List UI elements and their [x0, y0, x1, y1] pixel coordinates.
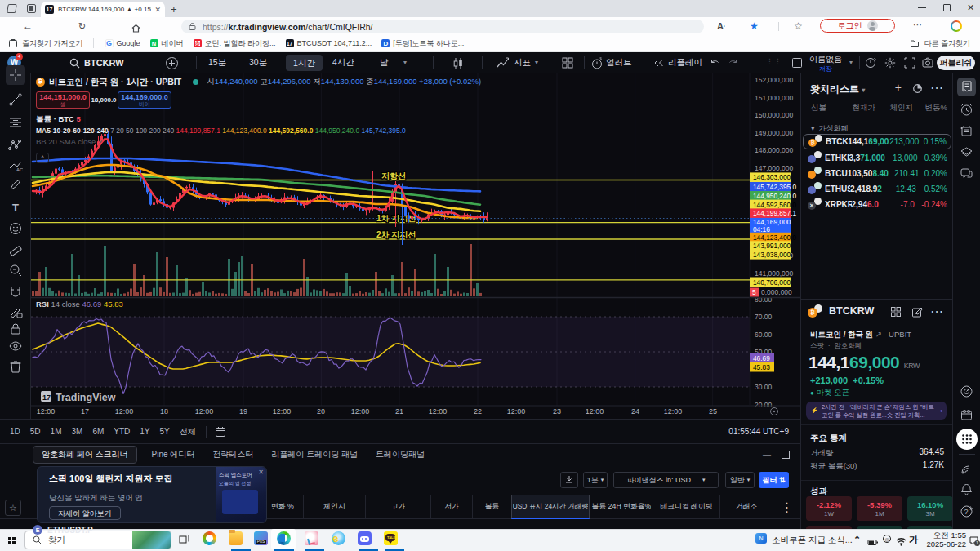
- svg-text:20: 20: [317, 407, 325, 415]
- svg-text:143,038,000: 143,038,000: [753, 251, 791, 259]
- svg-text:143,991,000: 143,991,000: [753, 242, 791, 250]
- svg-text:22: 22: [474, 407, 482, 415]
- svg-text:145,742,395.0: 145,742,395.0: [753, 183, 796, 191]
- svg-text:24: 24: [631, 407, 639, 415]
- svg-text:12:00: 12:00: [273, 407, 292, 415]
- svg-text:AC: AC: [16, 167, 23, 172]
- svg-text:150,000,000: 150,000,000: [755, 111, 794, 119]
- svg-text:5: 5: [752, 288, 756, 296]
- svg-text:151,000,000: 151,000,000: [755, 94, 794, 102]
- svg-text:149,000,000: 149,000,000: [755, 129, 794, 137]
- svg-text:21: 21: [395, 407, 403, 415]
- svg-text:12:00: 12:00: [429, 407, 448, 415]
- svg-text:?: ?: [964, 508, 969, 516]
- svg-text:144,199,857.1: 144,199,857.1: [753, 209, 796, 217]
- svg-text:146,303,000: 146,303,000: [753, 173, 791, 181]
- svg-text:0,000,000: 0,000,000: [761, 288, 792, 296]
- svg-text:60.00: 60.00: [755, 331, 773, 339]
- svg-text:144,592,560.0: 144,592,560.0: [753, 201, 796, 209]
- svg-text:17: 17: [42, 393, 51, 402]
- svg-text:144,123,400.0: 144,123,400.0: [753, 233, 796, 242]
- svg-text:70.00: 70.00: [755, 313, 773, 321]
- svg-text:140,706,000: 140,706,000: [753, 278, 791, 287]
- svg-text:TradingView: TradingView: [56, 392, 116, 403]
- svg-text:18: 18: [160, 407, 168, 415]
- svg-text:45.83: 45.83: [753, 363, 770, 371]
- svg-text:23: 23: [553, 407, 561, 415]
- svg-text:04:16: 04:16: [753, 225, 770, 233]
- svg-text:144,950,240.0: 144,950,240.0: [753, 192, 796, 200]
- svg-text:12:00: 12:00: [37, 407, 56, 415]
- svg-text:12:00: 12:00: [115, 407, 134, 415]
- svg-text:19: 19: [239, 407, 247, 415]
- svg-text:12:00: 12:00: [664, 407, 683, 415]
- svg-text:20.00: 20.00: [755, 401, 773, 409]
- svg-text:12:00: 12:00: [507, 407, 526, 415]
- svg-text:141,000,000: 141,000,000: [755, 269, 794, 278]
- svg-text:12:00: 12:00: [586, 407, 604, 415]
- svg-text:저항선: 저항선: [381, 171, 406, 180]
- svg-text:17: 17: [81, 407, 89, 415]
- svg-text:148,000,000: 148,000,000: [755, 146, 794, 154]
- svg-text:46.69: 46.69: [753, 354, 770, 362]
- svg-text:12:00: 12:00: [351, 407, 370, 415]
- svg-text:152,000,000: 152,000,000: [755, 76, 794, 84]
- svg-text:12:00: 12:00: [195, 407, 214, 415]
- svg-text:147,000,000: 147,000,000: [755, 164, 794, 172]
- svg-text:2차 지지선: 2차 지지선: [376, 230, 416, 239]
- svg-text:25: 25: [709, 407, 717, 415]
- svg-text:30.00: 30.00: [755, 383, 773, 391]
